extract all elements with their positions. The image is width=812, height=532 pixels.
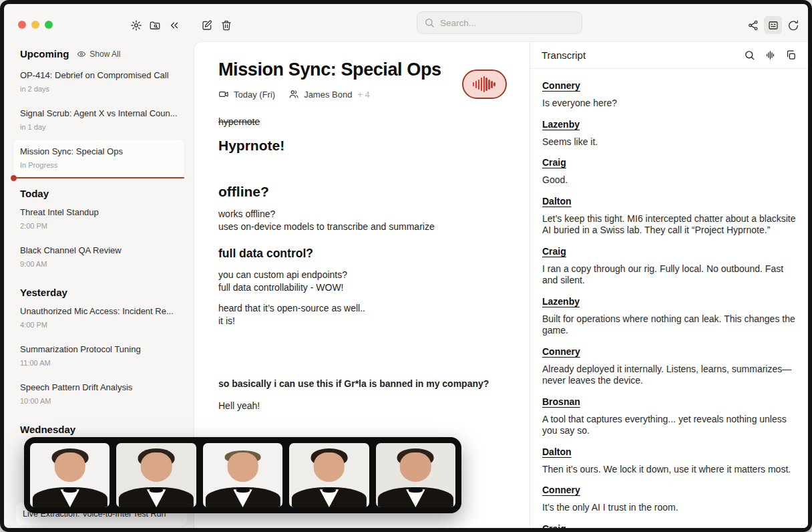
sidebar-row[interactable]: Unauthorized Mic Access: Incident Re... … <box>13 299 184 338</box>
refresh-button[interactable] <box>784 16 802 34</box>
note-block: heard that it’s open-source as well.. it… <box>218 302 510 327</box>
audio-lines-icon <box>765 49 776 61</box>
sidebar-row[interactable]: Speech Pattern Drift Analysis 10:00 AM <box>13 376 184 414</box>
connery-portrait <box>30 443 110 507</box>
transcript-speaker[interactable]: Craig <box>542 246 566 257</box>
refresh-icon <box>787 19 799 31</box>
sidebar-row[interactable]: Black Channel QA Review 9:00 AM <box>13 239 184 277</box>
transcript-speaker[interactable]: Dalton <box>542 196 572 207</box>
toolbar <box>4 4 808 41</box>
transcript-text: Built for operations where nothing can l… <box>542 313 796 337</box>
note-block <box>218 356 510 369</box>
transcript-speaker[interactable]: Lazenby <box>542 296 580 307</box>
sidebar-row[interactable]: Signal Scrub: Agent X vs Internal Coun..… <box>13 102 184 140</box>
craig-portrait <box>203 443 282 507</box>
transcript-entry: Dalton Then it’s ours. We lock it down, … <box>542 437 796 476</box>
portrait-face <box>54 452 85 481</box>
meeting-date-label: Today (Fri) <box>234 90 275 100</box>
copy-icon <box>785 49 797 61</box>
transcript-text: It’s the only AI I trust in the room. <box>542 502 796 514</box>
recording-button[interactable] <box>462 70 507 99</box>
transcript-entry: Brosnan A tool that captures everything.… <box>542 387 796 437</box>
note-body-editor[interactable]: hypernote Hyprnote! offline? works offli… <box>218 116 510 412</box>
summary-card-icon <box>767 19 779 31</box>
share-button[interactable] <box>744 16 762 34</box>
transcript-speaker[interactable]: Connery <box>542 80 580 91</box>
sidebar-row-title: Black Channel QA Review <box>20 245 178 255</box>
zoom-window-button[interactable] <box>45 21 53 29</box>
sidebar-row-title: Mission Sync: Special Ops <box>20 146 178 156</box>
new-note-button[interactable] <box>198 16 216 34</box>
close-window-button[interactable] <box>18 21 26 29</box>
transcript-entry: Connery It’s the only AI I trust in the … <box>542 475 796 514</box>
folder-search-button[interactable] <box>146 16 164 34</box>
sidebar-row[interactable]: Summarization Protocol Tuning 11:00 AM <box>13 338 184 376</box>
transcript-audio-button[interactable] <box>765 49 776 61</box>
sidebar-row-title: Today <box>20 188 187 199</box>
sidebar-header: Upcoming Show All <box>20 48 178 59</box>
transcript-text: Already deployed it internally. Listens,… <box>542 364 796 387</box>
transcript-entry: Craig I ran a copy through our rig. Full… <box>542 237 796 287</box>
portrait-bowtie <box>150 488 163 493</box>
attendees[interactable]: James Bond <box>288 89 352 100</box>
users-icon <box>288 89 299 100</box>
note-block: Hyprnote! <box>218 138 510 154</box>
transcript-speaker[interactable]: Brosnan <box>542 396 580 407</box>
note-block: offline? <box>218 184 510 200</box>
chevrons-left-icon <box>168 19 180 31</box>
sidebar-row[interactable]: Mission Sync: Special Ops In Progress <box>13 140 184 178</box>
sidebar-row[interactable]: Threat Intel Standup 2:00 PM <box>13 201 184 239</box>
note-block: so basically i can use this if Gr*la is … <box>218 378 510 389</box>
note-block: you can custom api endpoints? full data … <box>218 269 510 294</box>
portrait-bowtie <box>236 488 249 493</box>
collapse-sidebar-button[interactable] <box>165 16 183 34</box>
sidebar-row: Yesterday <box>20 287 187 298</box>
show-all-button[interactable]: Show All <box>77 49 120 59</box>
sidebar-row: Wednesday <box>20 424 187 435</box>
transcript-text: Good. <box>542 174 796 186</box>
settings-button[interactable] <box>127 16 145 34</box>
sidebar-note-list: OP-414: Debrief on Compromised Call in 2… <box>4 63 194 435</box>
transcript-entry: Craig Good. <box>542 148 796 186</box>
search-icon <box>744 49 755 61</box>
sidebar-row-title: Wednesday <box>20 424 187 435</box>
transcript-speaker[interactable]: Connery <box>542 346 580 357</box>
sidebar-row-title: Summarization Protocol Tuning <box>20 344 178 354</box>
transcript-text: Let’s keep this tight. MI6 intercepted c… <box>542 213 796 237</box>
transcript-speaker[interactable]: Craig <box>542 523 566 528</box>
portrait-face <box>227 452 258 481</box>
video-camera-icon <box>218 89 229 100</box>
sidebar-row-title: Yesterday <box>20 287 187 298</box>
sidebar-row-subtitle: in 1 day <box>20 123 178 131</box>
transcript-speaker[interactable]: Dalton <box>542 446 572 457</box>
transcript-copy-button[interactable] <box>785 49 797 61</box>
meeting-date[interactable]: Today (Fri) <box>218 89 275 100</box>
attendee-name: James Bond <box>304 90 352 100</box>
sidebar-row-subtitle: 4:00 PM <box>20 321 178 329</box>
sidebar-row[interactable]: OP-414: Debrief on Compromised Call in 2… <box>13 63 184 102</box>
portrait-bowtie <box>409 488 422 493</box>
sidebar-row-subtitle: 2:00 PM <box>20 222 178 230</box>
attendee-more-count[interactable]: + 4 <box>357 90 369 100</box>
transcript-search-button[interactable] <box>744 49 755 61</box>
transcript-entry: Lazenby Seems like it. <box>542 110 796 148</box>
sidebar-row-subtitle: 9:00 AM <box>20 260 178 268</box>
transcript-speaker[interactable]: Craig <box>542 157 566 168</box>
sidebar-row-title: Speech Pattern Drift Analysis <box>20 382 178 392</box>
widget-panel-button[interactable] <box>764 16 782 34</box>
window-controls <box>18 21 53 29</box>
transcript-text: Is everyone here? <box>542 98 796 110</box>
note-block: hypernote <box>218 116 510 127</box>
delete-note-button[interactable] <box>217 16 235 34</box>
transcript-text: Then it’s ours. We lock it down, use it … <box>542 464 796 476</box>
portrait-face <box>400 452 431 481</box>
folder-search-icon <box>149 19 161 31</box>
sidebar-row-title: OP-414: Debrief on Compromised Call <box>20 70 178 80</box>
sidebar-row-title: Unauthorized Mic Access: Incident Re... <box>20 306 178 316</box>
transcript-entry: Connery Is everyone here? <box>542 71 796 110</box>
transcript-speaker[interactable]: Lazenby <box>542 119 580 130</box>
search-input[interactable] <box>440 18 575 28</box>
lazenby-portrait <box>116 443 196 507</box>
transcript-speaker[interactable]: Connery <box>542 485 580 495</box>
minimize-window-button[interactable] <box>31 21 39 29</box>
